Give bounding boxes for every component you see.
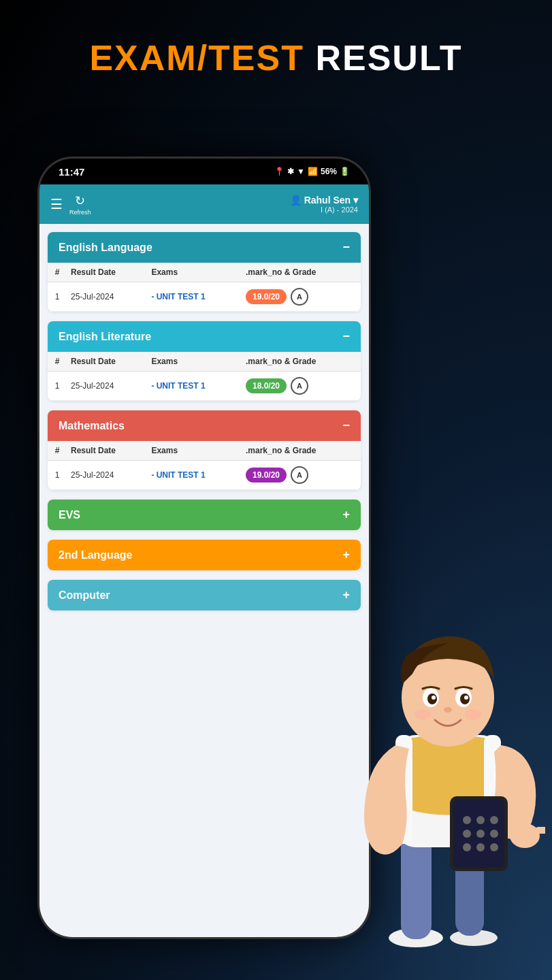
evs-title: EVS [59, 509, 80, 521]
user-icon: 👤 [290, 195, 304, 206]
col-num: # [48, 352, 67, 372]
grade-badge: A [291, 288, 308, 306]
computer-toggle[interactable]: + [342, 588, 350, 602]
marks-badge: 18.0/20 [246, 378, 287, 393]
row-exam: - UNIT TEST 1 [147, 372, 242, 401]
svg-point-27 [463, 843, 471, 851]
english-language-title: English Language [59, 242, 152, 254]
time-display: 11:47 [59, 166, 84, 178]
col-exams: Exams [147, 441, 242, 461]
mathematics-title: Mathematics [59, 420, 125, 432]
svg-point-23 [490, 816, 498, 824]
evs-section: EVS + [48, 500, 361, 530]
row-num: 1 [48, 372, 67, 401]
row-date: 25-Jul-2024 [67, 282, 147, 312]
row-date: 25-Jul-2024 [67, 461, 147, 490]
col-exams: Exams [147, 263, 242, 282]
col-num: # [48, 441, 67, 461]
svg-point-25 [476, 830, 485, 838]
col-date: Result Date [67, 441, 147, 461]
mathematics-toggle[interactable]: − [342, 419, 350, 433]
svg-point-28 [476, 843, 485, 851]
col-exams: Exams [147, 352, 242, 372]
english-language-toggle[interactable]: − [342, 240, 350, 255]
computer-header[interactable]: Computer + [48, 580, 361, 610]
user-name: 👤 Rahul Sen ▾ [290, 195, 358, 206]
title-orange: EXAM/TEST [89, 38, 304, 78]
evs-toggle[interactable]: + [342, 508, 350, 522]
app-header: ☰ ↻ Refresh 👤 Rahul Sen ▾ I (A) - 2024 [39, 184, 369, 224]
table-row: 1 25-Jul-2024 - UNIT TEST 1 19.0/20 A [48, 461, 361, 490]
col-marks: .mark_no & Grade [242, 352, 361, 372]
mathematics-section: Mathematics − # Result Date Exams .mark_… [48, 410, 361, 490]
battery-icon: 🔋 [340, 167, 350, 176]
english-literature-table: # Result Date Exams .mark_no & Grade 1 2… [48, 352, 361, 401]
svg-point-24 [463, 830, 471, 838]
col-marks: .mark_no & Grade [242, 441, 361, 461]
marks-badge: 19.0/20 [246, 468, 287, 483]
english-literature-header[interactable]: English Literature − [48, 321, 361, 352]
svg-rect-8 [535, 827, 545, 834]
hamburger-menu[interactable]: ☰ [50, 196, 63, 212]
row-exam: - UNIT TEST 1 [147, 282, 242, 312]
english-language-table: # Result Date Exams .mark_no & Grade 1 2… [48, 263, 361, 312]
col-marks: .mark_no & Grade [242, 263, 361, 282]
row-exam: - UNIT TEST 1 [147, 461, 242, 490]
refresh-label: Refresh [69, 209, 91, 216]
refresh-icon: ↻ [75, 193, 85, 208]
svg-point-21 [463, 816, 471, 824]
row-date: 25-Jul-2024 [67, 372, 147, 401]
wifi-icon: ▼ [297, 167, 305, 176]
svg-point-17 [415, 709, 431, 720]
page-title: EXAM/TEST RESULT [0, 37, 552, 78]
mathematics-table: # Result Date Exams .mark_no & Grade 1 2… [48, 441, 361, 490]
user-class: I (A) - 2024 [290, 206, 358, 214]
english-literature-section: English Literature − # Result Date Exams… [48, 321, 361, 401]
english-literature-title: English Literature [59, 331, 151, 343]
svg-point-18 [465, 709, 481, 720]
phone-frame: 11:47 📍 ✱ ▼ 📶 56% 🔋 ☰ ↻ Refresh 👤 Rahul … [37, 157, 371, 939]
computer-section: Computer + [48, 580, 361, 610]
title-white: RESULT [304, 38, 463, 78]
english-language-section: English Language − # Result Date Exams .… [48, 232, 361, 312]
col-num: # [48, 263, 67, 282]
location-icon: 📍 [274, 167, 285, 176]
table-row: 1 25-Jul-2024 - UNIT TEST 1 19.0/20 A [48, 282, 361, 312]
svg-point-14 [432, 696, 436, 700]
signal-icon: 📶 [308, 167, 318, 176]
grade-badge: A [291, 466, 308, 484]
row-marks-grade: 18.0/20 A [242, 372, 361, 401]
row-num: 1 [48, 282, 67, 312]
svg-point-7 [510, 823, 540, 848]
col-date: Result Date [67, 263, 147, 282]
app-content[interactable]: English Language − # Result Date Exams .… [39, 224, 369, 937]
computer-title: Computer [59, 589, 110, 602]
refresh-button[interactable]: ↻ Refresh [69, 193, 91, 216]
svg-point-22 [476, 816, 485, 824]
svg-point-15 [464, 696, 468, 700]
row-num: 1 [48, 461, 67, 490]
row-marks-grade: 19.0/20 A [242, 282, 361, 312]
battery-display: 56% [321, 167, 337, 176]
svg-point-16 [444, 707, 452, 713]
header-right: 👤 Rahul Sen ▾ I (A) - 2024 [290, 195, 358, 214]
svg-point-29 [490, 843, 498, 851]
2nd-language-toggle[interactable]: + [342, 548, 350, 562]
english-literature-toggle[interactable]: − [342, 329, 350, 344]
english-language-header[interactable]: English Language − [48, 232, 361, 263]
bluetooth-icon: ✱ [287, 167, 294, 176]
marks-badge: 19.0/20 [246, 289, 287, 304]
mathematics-header[interactable]: Mathematics − [48, 410, 361, 441]
grade-badge: A [291, 377, 308, 395]
status-bar: 11:47 📍 ✱ ▼ 📶 56% 🔋 [39, 159, 369, 184]
2nd-language-header[interactable]: 2nd Language + [48, 540, 361, 570]
svg-point-26 [490, 830, 498, 838]
header-left: ☰ ↻ Refresh [50, 193, 91, 216]
character-illustration [355, 565, 545, 960]
evs-header[interactable]: EVS + [48, 500, 361, 530]
status-icons: 📍 ✱ ▼ 📶 56% 🔋 [274, 167, 350, 176]
2nd-language-title: 2nd Language [59, 549, 132, 561]
table-row: 1 25-Jul-2024 - UNIT TEST 1 18.0/20 A [48, 372, 361, 401]
col-date: Result Date [67, 352, 147, 372]
row-marks-grade: 19.0/20 A [242, 461, 361, 490]
